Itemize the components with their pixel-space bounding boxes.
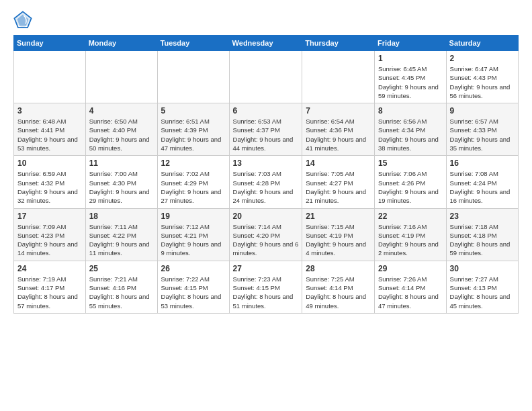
calendar-cell: 30Sunrise: 7:27 AM Sunset: 4:13 PM Dayli… [446, 261, 518, 313]
calendar-cell: 15Sunrise: 7:06 AM Sunset: 4:26 PM Dayli… [374, 156, 446, 208]
day-number: 20 [233, 212, 299, 221]
day-info: Sunrise: 6:48 AM Sunset: 4:41 PM Dayligh… [17, 117, 82, 152]
day-info: Sunrise: 7:05 AM Sunset: 4:27 PM Dayligh… [306, 169, 371, 205]
calendar-cell [85, 51, 157, 103]
day-info: Sunrise: 6:54 AM Sunset: 4:36 PM Dayligh… [306, 117, 371, 152]
calendar: SundayMondayTuesdayWednesdayThursdayFrid… [13, 35, 519, 314]
weekday-header-wednesday: Wednesday [229, 36, 302, 51]
day-number: 30 [450, 264, 515, 273]
calendar-row-3: 17Sunrise: 7:09 AM Sunset: 4:23 PM Dayli… [14, 208, 519, 261]
calendar-cell: 11Sunrise: 7:00 AM Sunset: 4:30 PM Dayli… [85, 156, 157, 208]
day-number: 13 [233, 158, 299, 168]
day-info: Sunrise: 6:56 AM Sunset: 4:34 PM Dayligh… [378, 117, 443, 152]
day-number: 4 [89, 106, 154, 116]
day-number: 6 [233, 106, 299, 116]
day-number: 18 [89, 212, 154, 221]
day-info: Sunrise: 7:23 AM Sunset: 4:15 PM Dayligh… [233, 275, 299, 310]
day-number: 8 [378, 106, 443, 116]
weekday-header-sunday: Sunday [14, 36, 86, 51]
day-number: 23 [450, 212, 515, 221]
weekday-header-row: SundayMondayTuesdayWednesdayThursdayFrid… [14, 36, 519, 51]
day-number: 21 [306, 212, 371, 221]
calendar-cell: 24Sunrise: 7:19 AM Sunset: 4:17 PM Dayli… [14, 261, 86, 313]
day-info: Sunrise: 7:27 AM Sunset: 4:13 PM Dayligh… [450, 275, 515, 310]
day-info: Sunrise: 7:00 AM Sunset: 4:30 PM Dayligh… [89, 169, 154, 205]
day-info: Sunrise: 7:11 AM Sunset: 4:22 PM Dayligh… [89, 222, 154, 258]
day-number: 11 [89, 158, 154, 168]
day-info: Sunrise: 7:21 AM Sunset: 4:16 PM Dayligh… [89, 275, 154, 310]
logo-icon [13, 11, 32, 30]
logo [13, 11, 35, 30]
day-info: Sunrise: 7:26 AM Sunset: 4:14 PM Dayligh… [378, 275, 443, 310]
day-number: 2 [450, 54, 515, 63]
weekday-header-monday: Monday [85, 36, 157, 51]
day-info: Sunrise: 7:02 AM Sunset: 4:29 PM Dayligh… [161, 169, 226, 205]
calendar-cell: 3Sunrise: 6:48 AM Sunset: 4:41 PM Daylig… [14, 103, 86, 156]
day-info: Sunrise: 6:45 AM Sunset: 4:45 PM Dayligh… [378, 64, 443, 100]
day-number: 14 [306, 158, 371, 168]
day-number: 12 [161, 158, 226, 168]
day-number: 7 [306, 106, 371, 116]
calendar-cell: 26Sunrise: 7:22 AM Sunset: 4:15 PM Dayli… [157, 261, 229, 313]
day-info: Sunrise: 7:16 AM Sunset: 4:19 PM Dayligh… [378, 222, 443, 258]
weekday-header-saturday: Saturday [446, 36, 518, 51]
day-info: Sunrise: 7:03 AM Sunset: 4:28 PM Dayligh… [233, 169, 299, 205]
calendar-cell: 28Sunrise: 7:25 AM Sunset: 4:14 PM Dayli… [302, 261, 375, 313]
calendar-cell: 13Sunrise: 7:03 AM Sunset: 4:28 PM Dayli… [229, 156, 302, 208]
calendar-cell: 12Sunrise: 7:02 AM Sunset: 4:29 PM Dayli… [157, 156, 229, 208]
weekday-header-thursday: Thursday [302, 36, 375, 51]
calendar-cell: 4Sunrise: 6:50 AM Sunset: 4:40 PM Daylig… [85, 103, 157, 156]
day-info: Sunrise: 6:51 AM Sunset: 4:39 PM Dayligh… [161, 117, 226, 152]
day-info: Sunrise: 6:53 AM Sunset: 4:37 PM Dayligh… [233, 117, 299, 152]
day-number: 10 [17, 158, 82, 168]
calendar-row-1: 3Sunrise: 6:48 AM Sunset: 4:41 PM Daylig… [14, 103, 519, 156]
calendar-cell: 7Sunrise: 6:54 AM Sunset: 4:36 PM Daylig… [302, 103, 375, 156]
day-info: Sunrise: 7:14 AM Sunset: 4:20 PM Dayligh… [233, 222, 299, 258]
calendar-cell: 17Sunrise: 7:09 AM Sunset: 4:23 PM Dayli… [14, 208, 86, 261]
day-number: 9 [450, 106, 515, 116]
day-info: Sunrise: 7:22 AM Sunset: 4:15 PM Dayligh… [161, 275, 226, 310]
calendar-row-0: 1Sunrise: 6:45 AM Sunset: 4:45 PM Daylig… [14, 51, 519, 103]
calendar-cell [157, 51, 229, 103]
day-info: Sunrise: 7:25 AM Sunset: 4:14 PM Dayligh… [306, 275, 371, 310]
day-info: Sunrise: 7:06 AM Sunset: 4:26 PM Dayligh… [378, 169, 443, 205]
day-info: Sunrise: 7:19 AM Sunset: 4:17 PM Dayligh… [17, 275, 82, 310]
day-number: 24 [17, 264, 82, 273]
calendar-cell [14, 51, 86, 103]
day-info: Sunrise: 6:57 AM Sunset: 4:33 PM Dayligh… [450, 117, 515, 152]
calendar-cell: 16Sunrise: 7:08 AM Sunset: 4:24 PM Dayli… [446, 156, 518, 208]
calendar-cell: 14Sunrise: 7:05 AM Sunset: 4:27 PM Dayli… [302, 156, 375, 208]
page: SundayMondayTuesdayWednesdayThursdayFrid… [0, 0, 532, 411]
calendar-cell: 2Sunrise: 6:47 AM Sunset: 4:43 PM Daylig… [446, 51, 518, 103]
weekday-header-tuesday: Tuesday [157, 36, 229, 51]
calendar-cell: 22Sunrise: 7:16 AM Sunset: 4:19 PM Dayli… [374, 208, 446, 261]
day-info: Sunrise: 7:08 AM Sunset: 4:24 PM Dayligh… [450, 169, 515, 205]
calendar-cell [229, 51, 302, 103]
weekday-header-friday: Friday [374, 36, 446, 51]
day-number: 19 [161, 212, 226, 221]
day-info: Sunrise: 7:18 AM Sunset: 4:18 PM Dayligh… [450, 222, 515, 258]
day-number: 1 [378, 54, 443, 63]
day-info: Sunrise: 7:15 AM Sunset: 4:19 PM Dayligh… [306, 222, 371, 258]
calendar-cell: 27Sunrise: 7:23 AM Sunset: 4:15 PM Dayli… [229, 261, 302, 313]
day-info: Sunrise: 6:59 AM Sunset: 4:32 PM Dayligh… [17, 169, 82, 205]
calendar-cell: 25Sunrise: 7:21 AM Sunset: 4:16 PM Dayli… [85, 261, 157, 313]
calendar-cell: 9Sunrise: 6:57 AM Sunset: 4:33 PM Daylig… [446, 103, 518, 156]
calendar-cell: 20Sunrise: 7:14 AM Sunset: 4:20 PM Dayli… [229, 208, 302, 261]
calendar-cell: 21Sunrise: 7:15 AM Sunset: 4:19 PM Dayli… [302, 208, 375, 261]
calendar-cell: 23Sunrise: 7:18 AM Sunset: 4:18 PM Dayli… [446, 208, 518, 261]
calendar-cell: 5Sunrise: 6:51 AM Sunset: 4:39 PM Daylig… [157, 103, 229, 156]
day-number: 17 [17, 212, 82, 221]
calendar-cell [302, 51, 375, 103]
day-number: 27 [233, 264, 299, 273]
day-number: 26 [161, 264, 226, 273]
day-number: 28 [306, 264, 371, 273]
day-number: 3 [17, 106, 82, 116]
day-info: Sunrise: 6:47 AM Sunset: 4:43 PM Dayligh… [450, 64, 515, 100]
calendar-row-2: 10Sunrise: 6:59 AM Sunset: 4:32 PM Dayli… [14, 156, 519, 208]
day-number: 5 [161, 106, 226, 116]
calendar-cell: 6Sunrise: 6:53 AM Sunset: 4:37 PM Daylig… [229, 103, 302, 156]
calendar-cell: 1Sunrise: 6:45 AM Sunset: 4:45 PM Daylig… [374, 51, 446, 103]
day-number: 25 [89, 264, 154, 273]
header [13, 11, 519, 30]
